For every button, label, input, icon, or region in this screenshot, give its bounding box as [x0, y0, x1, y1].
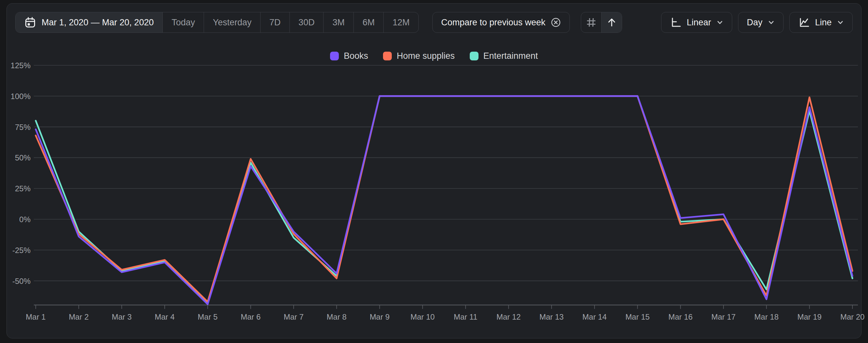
- x-axis-tick-label: Mar 9: [370, 312, 390, 321]
- y-axis-tick-label: 0%: [19, 215, 31, 224]
- x-axis-tick-label: Mar 15: [625, 312, 650, 321]
- x-axis-tick-label: Mar 2: [69, 312, 89, 321]
- x-axis-tick-label: Mar 6: [241, 312, 260, 321]
- x-axis-tick-label: Mar 3: [112, 312, 131, 321]
- x-axis-tick-label: Mar 7: [284, 312, 303, 321]
- series-line-books[interactable]: [36, 96, 852, 304]
- y-axis-tick-label: 75%: [15, 123, 31, 131]
- x-axis-tick-label: Mar 19: [797, 312, 822, 321]
- x-axis-tick-label: Mar 8: [327, 312, 347, 321]
- x-axis-tick-label: Mar 1: [26, 312, 45, 321]
- x-axis-tick-label: Mar 12: [496, 312, 521, 321]
- x-axis-tick-label: Mar 11: [454, 312, 477, 321]
- y-axis-tick-label: 50%: [15, 153, 31, 162]
- x-axis-tick-label: Mar 10: [411, 312, 435, 321]
- y-axis-tick-label: -50%: [12, 277, 31, 285]
- x-axis-tick-label: Mar 20: [840, 312, 865, 321]
- y-axis-tick-label: 100%: [11, 92, 31, 101]
- y-axis-tick-label: 125%: [11, 61, 31, 70]
- x-axis-tick-label: Mar 14: [583, 312, 607, 321]
- x-axis-tick-label: Mar 5: [198, 312, 218, 321]
- x-axis-tick-label: Mar 17: [711, 312, 736, 321]
- x-axis-tick-label: Mar 4: [155, 312, 175, 321]
- y-axis-tick-label: -25%: [12, 246, 31, 255]
- x-axis-tick-label: Mar 18: [754, 312, 779, 321]
- page: { "toolbar": { "date_range": "Mar 1, 202…: [0, 0, 868, 343]
- x-axis-tick-label: Mar 13: [539, 312, 564, 321]
- y-axis-tick-label: 25%: [15, 184, 31, 193]
- x-axis-tick-label: Mar 16: [668, 312, 692, 321]
- chart-canvas[interactable]: 125%100%75%50%25%0%-25%-50%Mar 1Mar 2Mar…: [0, 0, 868, 343]
